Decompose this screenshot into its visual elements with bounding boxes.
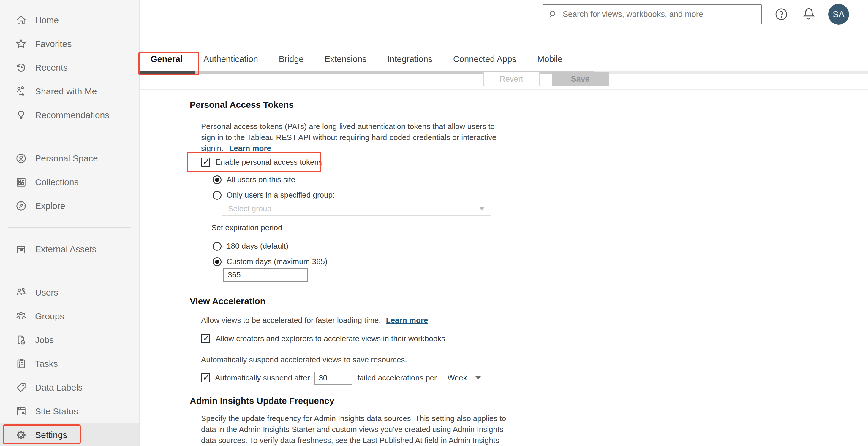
tab-extensions[interactable]: Extensions xyxy=(324,54,367,64)
sidebar-item-site-status[interactable]: Site Status xyxy=(0,400,139,423)
expiration-custom-label: Custom days (maximum 365) xyxy=(226,257,328,266)
admin-insights-description: Specify the update frequency for Admin I… xyxy=(201,413,506,446)
window-status-icon xyxy=(15,405,27,417)
sidebar-item-label: Personal Space xyxy=(35,153,98,164)
tag-icon xyxy=(15,381,27,394)
tab-authentication[interactable]: Authentication xyxy=(204,54,258,64)
suspend-intro-text: Automatically suspend accelerated views … xyxy=(201,354,407,365)
shared-with-me-icon xyxy=(15,85,27,98)
sidebar-item-label: Users xyxy=(35,287,58,298)
search-box[interactable] xyxy=(542,4,762,24)
enable-pat-row[interactable]: Enable personal access tokens xyxy=(201,157,322,167)
save-button[interactable]: Save xyxy=(552,72,609,87)
pat-description: Personal access tokens (PATs) are long-l… xyxy=(201,121,497,154)
tab-bridge[interactable]: Bridge xyxy=(279,54,304,64)
expiration-180-label: 180 days (default) xyxy=(226,242,288,251)
avatar[interactable]: SA xyxy=(828,4,849,25)
sidebar-item-label: Recommendations xyxy=(35,110,109,120)
recents-icon xyxy=(15,61,27,74)
pat-description-line: sign in to the Tableau REST API without … xyxy=(201,132,497,143)
help-icon xyxy=(774,7,788,21)
select-group-placeholder: Select group xyxy=(228,204,271,213)
pat-section-title: Personal Access Tokens xyxy=(190,100,294,110)
allow-acceleration-label: Allow creators and explorers to accelera… xyxy=(216,334,445,343)
sidebar-item-label: Recents xyxy=(35,63,68,73)
view-acceleration-description: Allow views to be accelerated for faster… xyxy=(201,315,428,326)
sidebar-divider xyxy=(8,271,131,271)
expiration-custom-row[interactable]: Custom days (maximum 365) xyxy=(213,257,328,266)
tab-general[interactable]: General xyxy=(151,54,183,64)
enable-pat-checkbox[interactable] xyxy=(201,158,210,167)
sidebar-divider xyxy=(8,227,131,228)
admin-insights-title: Admin Insights Update Frequency xyxy=(190,396,334,406)
auto-suspend-checkbox[interactable] xyxy=(201,373,210,382)
sidebar-divider xyxy=(8,136,131,136)
sidebar-item-tasks[interactable]: Tasks xyxy=(0,352,139,376)
pat-scope-all-users-row[interactable]: All users on this site xyxy=(213,175,295,184)
pat-scope-group-row[interactable]: Only users in a specified group: xyxy=(213,191,335,200)
tab-connected-apps[interactable]: Connected Apps xyxy=(453,54,517,64)
failed-accelerations-input[interactable] xyxy=(314,372,352,385)
period-dropdown[interactable]: Week xyxy=(447,373,481,382)
archive-icon xyxy=(15,243,27,255)
sidebar-item-label: Groups xyxy=(35,311,64,321)
bell-icon xyxy=(801,6,817,22)
users-icon xyxy=(15,286,27,299)
sidebar-item-label: Settings xyxy=(35,430,67,440)
help-button[interactable] xyxy=(774,7,788,21)
sidebar-item-users[interactable]: Users xyxy=(0,281,139,304)
sidebar-item-recents[interactable]: Recents xyxy=(0,56,139,79)
person-circle-icon xyxy=(15,152,27,165)
sidebar-item-recommendations[interactable]: Recommendations xyxy=(0,103,139,127)
notifications-button[interactable] xyxy=(801,6,817,22)
expiration-custom-radio[interactable] xyxy=(213,257,221,266)
sidebar-item-external-assets[interactable]: External Assets xyxy=(0,237,139,261)
all-users-label: All users on this site xyxy=(226,175,295,184)
sidebar-item-groups[interactable]: Groups xyxy=(0,304,139,328)
chevron-down-icon xyxy=(479,207,485,210)
expiration-period-label: Set expiration period xyxy=(211,223,282,232)
select-group-dropdown[interactable]: Select group xyxy=(221,202,491,216)
revert-button[interactable]: Revert xyxy=(483,72,539,87)
period-value: Week xyxy=(447,373,467,382)
sidebar-item-settings[interactable]: Settings xyxy=(0,423,139,446)
search-input[interactable] xyxy=(562,9,756,19)
auto-suspend-prefix: Automatically suspend after xyxy=(215,373,310,382)
va-learn-more-link[interactable]: Learn more xyxy=(386,316,428,324)
specified-group-radio[interactable] xyxy=(213,191,221,200)
custom-days-input[interactable] xyxy=(223,268,308,282)
active-tab-underline xyxy=(140,71,194,74)
home-icon xyxy=(15,14,27,26)
tab-mobile[interactable]: Mobile xyxy=(537,54,562,64)
compass-icon xyxy=(15,200,27,212)
sidebar-item-favorites[interactable]: Favorites xyxy=(0,32,139,56)
sidebar-item-label: Collections xyxy=(35,177,79,187)
sidebar-item-jobs[interactable]: Jobs xyxy=(0,328,139,352)
admin-insights-line: data in the Admin Insights Starter and c… xyxy=(201,424,506,435)
all-users-radio[interactable] xyxy=(213,175,221,184)
sidebar: Home Favorites Recents Shared with Me Re… xyxy=(0,0,140,446)
expiration-180-row[interactable]: 180 days (default) xyxy=(213,242,288,251)
sidebar-item-collections[interactable]: Collections xyxy=(0,170,139,194)
sidebar-item-label: Explore xyxy=(35,201,65,211)
allow-acceleration-row[interactable]: Allow creators and explorers to accelera… xyxy=(201,333,445,344)
sidebar-item-explore[interactable]: Explore xyxy=(0,194,139,218)
auto-suspend-row: Automatically suspend after failed accel… xyxy=(201,371,481,385)
pat-description-line: signin. Learn more xyxy=(201,143,497,154)
clipboard-icon xyxy=(15,357,27,370)
sidebar-item-shared-with-me[interactable]: Shared with Me xyxy=(0,79,139,103)
tab-integrations[interactable]: Integrations xyxy=(388,54,433,64)
expiration-180-radio[interactable] xyxy=(213,242,221,251)
sidebar-item-label: Tasks xyxy=(35,359,58,369)
pat-learn-more-link[interactable]: Learn more xyxy=(229,144,271,153)
sidebar-item-personal-space[interactable]: Personal Space xyxy=(0,146,139,170)
header-divider xyxy=(140,89,868,90)
allow-acceleration-checkbox[interactable] xyxy=(201,334,210,343)
pat-description-line: Personal access tokens (PATs) are long-l… xyxy=(201,121,497,132)
sidebar-item-data-labels[interactable]: Data Labels xyxy=(0,376,139,400)
sidebar-item-label: Shared with Me xyxy=(35,87,97,97)
sidebar-item-home[interactable]: Home xyxy=(0,8,139,32)
chevron-down-icon xyxy=(475,376,481,380)
lightbulb-icon xyxy=(15,109,27,122)
enable-pat-label: Enable personal access tokens xyxy=(216,158,322,167)
